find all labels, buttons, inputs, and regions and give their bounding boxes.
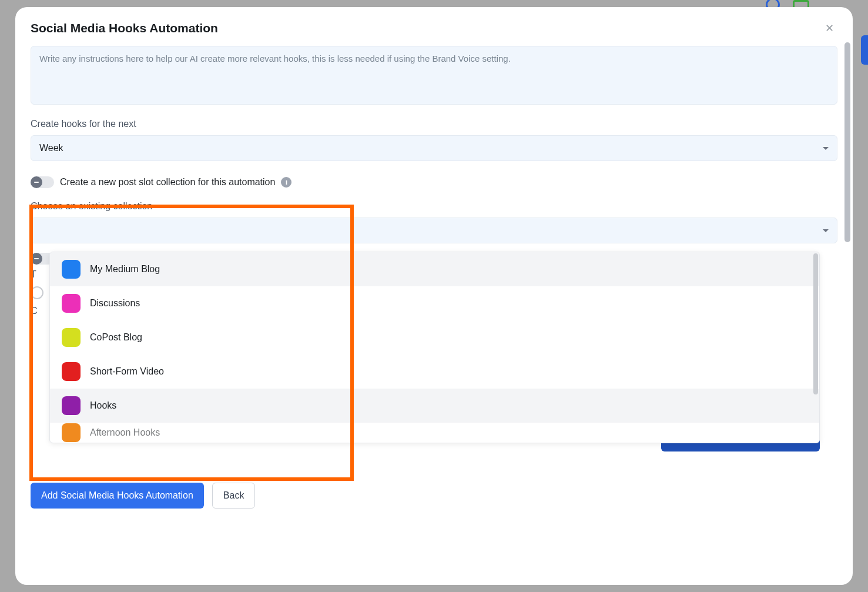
- toggle-label: Create a new post slot collection for th…: [60, 177, 275, 188]
- toggle-knob: [31, 253, 42, 265]
- option-label: CoPost Blog: [90, 332, 142, 343]
- chevron-down-icon: [823, 229, 829, 232]
- collection-option[interactable]: Short-Form Video: [50, 354, 819, 389]
- modal-dialog: Social Media Hooks Automation ✕ Write an…: [15, 7, 853, 585]
- choose-collection-label: Choose an existing collection: [31, 201, 837, 212]
- new-collection-toggle-row: Create a new post slot collection for th…: [31, 176, 837, 188]
- add-automation-button[interactable]: Add Social Media Hooks Automation: [31, 483, 204, 509]
- modal-title: Social Media Hooks Automation: [31, 21, 837, 35]
- option-label: My Medium Blog: [90, 264, 160, 275]
- back-button[interactable]: Back: [212, 483, 256, 509]
- color-swatch: [62, 260, 81, 279]
- chevron-down-icon: [823, 147, 829, 150]
- option-label: Short-Form Video: [90, 366, 164, 377]
- option-label: Hooks: [90, 400, 116, 411]
- dropdown-scrollbar[interactable]: [813, 253, 818, 394]
- collection-select[interactable]: [31, 218, 837, 243]
- color-swatch: [62, 396, 81, 415]
- instructions-textarea[interactable]: Write any instructions here to help our …: [31, 46, 837, 105]
- color-swatch: [62, 294, 81, 313]
- modal-scrollbar[interactable]: [844, 42, 850, 254]
- collection-dropdown-list: My Medium Blog Discussions CoPost Blog S…: [49, 252, 820, 443]
- obscured-circle: [31, 286, 43, 299]
- option-label: Discussions: [90, 298, 140, 309]
- color-swatch: [62, 328, 81, 347]
- option-label: Afternoon Hooks: [90, 427, 160, 438]
- collection-option[interactable]: CoPost Blog: [50, 320, 819, 354]
- new-collection-toggle[interactable]: [31, 176, 54, 188]
- period-select[interactable]: Week: [31, 135, 837, 161]
- background-accent: [861, 35, 868, 65]
- color-swatch: [62, 362, 81, 381]
- modal-footer: Add Social Media Hooks Automation Back: [31, 483, 255, 509]
- collection-option[interactable]: Discussions: [50, 286, 819, 320]
- scrollbar-thumb[interactable]: [844, 42, 850, 242]
- collection-option[interactable]: My Medium Blog: [50, 252, 819, 286]
- color-swatch: [62, 423, 81, 442]
- create-hooks-label: Create hooks for the next: [31, 119, 837, 129]
- close-icon[interactable]: ✕: [823, 22, 835, 34]
- toggle-knob: [31, 176, 42, 188]
- collection-option[interactable]: Afternoon Hooks: [50, 423, 819, 443]
- info-icon[interactable]: i: [281, 177, 291, 188]
- period-value: Week: [39, 143, 63, 153]
- collection-option[interactable]: Hooks: [50, 389, 819, 423]
- instructions-placeholder: Write any instructions here to help our …: [39, 53, 511, 63]
